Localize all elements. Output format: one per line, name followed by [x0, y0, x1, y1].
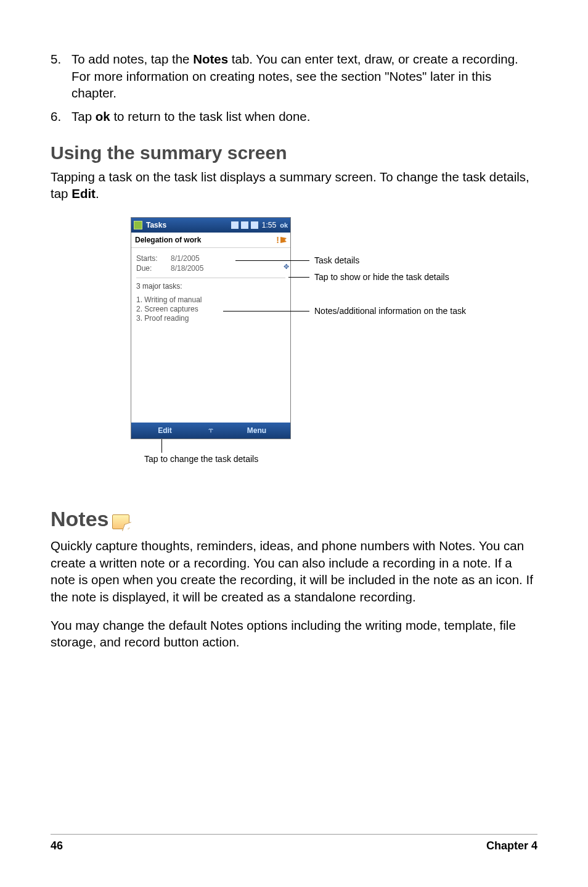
- note-line: 1. Writing of manual: [136, 295, 285, 304]
- instruction-list: 5. To add notes, tap the Notes tab. You …: [51, 51, 537, 125]
- list-number: 5.: [51, 51, 71, 102]
- chapter-label: Chapter 4: [486, 840, 537, 852]
- figure: Tasks 1:55 ok Delegation of work ! Start…: [51, 217, 537, 482]
- callout-notes-info: Notes/additional information on the task: [314, 306, 466, 316]
- text: Tap: [71, 109, 96, 123]
- notes-app-icon: [112, 514, 129, 529]
- note-line: 2. Screen captures: [136, 305, 285, 313]
- list-item: 6. Tap ok to return to the task list whe…: [51, 108, 537, 125]
- notes-heading: Notes: [51, 507, 108, 531]
- starts-row: Starts: 8/1/2005: [136, 254, 285, 263]
- flag-icon: [280, 237, 287, 243]
- notes-area: 1. Writing of manual 2. Screen captures …: [136, 295, 285, 323]
- task-subject: Delegation of work: [135, 236, 276, 244]
- tasks-app-icon: [134, 221, 142, 229]
- text: Tapping a task on the task list displays…: [51, 170, 529, 201]
- clock: 1:55: [262, 221, 276, 229]
- priority-flag-icon: !: [276, 235, 287, 245]
- footer-rule: [51, 834, 537, 835]
- signal-icon: [231, 221, 239, 229]
- system-tray: 1:55 ok: [231, 221, 288, 229]
- callout-line: [161, 439, 162, 453]
- page-number: 46: [51, 840, 63, 852]
- subject-row: Delegation of work !: [131, 233, 290, 248]
- edit-button[interactable]: Edit: [131, 426, 198, 435]
- bold-text: ok: [96, 109, 110, 123]
- page-footer: 46 Chapter 4: [51, 834, 537, 852]
- callout-line: [223, 311, 309, 311]
- due-label: Due:: [136, 264, 171, 273]
- list-number: 6.: [51, 108, 71, 125]
- bold-text: Notes: [193, 52, 228, 66]
- task-body: Starts: 8/1/2005 Due: 8/18/2005 ✥ 3 majo…: [131, 248, 290, 423]
- text: To add notes, tap the: [71, 52, 193, 66]
- callout-line: [288, 277, 309, 278]
- callout-task-details: Task details: [314, 255, 359, 265]
- exclamation-icon: !: [276, 235, 279, 245]
- text: .: [96, 186, 99, 200]
- phone-titlebar: Tasks 1:55 ok: [131, 218, 290, 233]
- callout-show-hide: Tap to show or hide the task details: [314, 272, 449, 282]
- sync-icon: [241, 221, 248, 229]
- separator: [136, 278, 285, 278]
- list-text: To add notes, tap the Notes tab. You can…: [71, 51, 537, 102]
- ok-button[interactable]: ok: [280, 221, 288, 229]
- list-item: 5. To add notes, tap the Notes tab. You …: [51, 51, 537, 102]
- phone-menubar: Edit ⥾ Menu: [131, 423, 290, 439]
- notes-heading-row: Notes: [51, 507, 537, 531]
- bold-text: Edit: [71, 186, 96, 200]
- text: to return to the task list when done.: [110, 109, 311, 123]
- section-lead: Tapping a task on the task list displays…: [51, 168, 537, 202]
- due-row: Due: 8/18/2005: [136, 264, 285, 273]
- notes-paragraph-2: You may change the default Notes options…: [51, 617, 537, 651]
- volume-icon: [251, 221, 258, 229]
- phone-screenshot: Tasks 1:55 ok Delegation of work ! Start…: [131, 217, 291, 439]
- starts-value: 8/1/2005: [171, 254, 200, 263]
- major-tasks-label: 3 major tasks:: [136, 282, 285, 291]
- section-heading: Using the summary screen: [51, 142, 537, 163]
- note-line: 3. Proof reading: [136, 314, 285, 323]
- notes-paragraph-1: Quickly capture thoughts, reminders, ide…: [51, 537, 537, 606]
- starts-label: Starts:: [136, 254, 171, 263]
- expand-caret-icon[interactable]: ✥: [284, 263, 289, 271]
- callout-edit: Tap to change the task details: [144, 454, 258, 464]
- app-title: Tasks: [146, 221, 166, 229]
- list-text: Tap ok to return to the task list when d…: [71, 108, 537, 125]
- callout-line: [235, 260, 309, 261]
- keyboard-icon[interactable]: ⥾: [198, 426, 223, 435]
- menu-button[interactable]: Menu: [223, 426, 290, 435]
- due-value: 8/18/2005: [171, 264, 203, 273]
